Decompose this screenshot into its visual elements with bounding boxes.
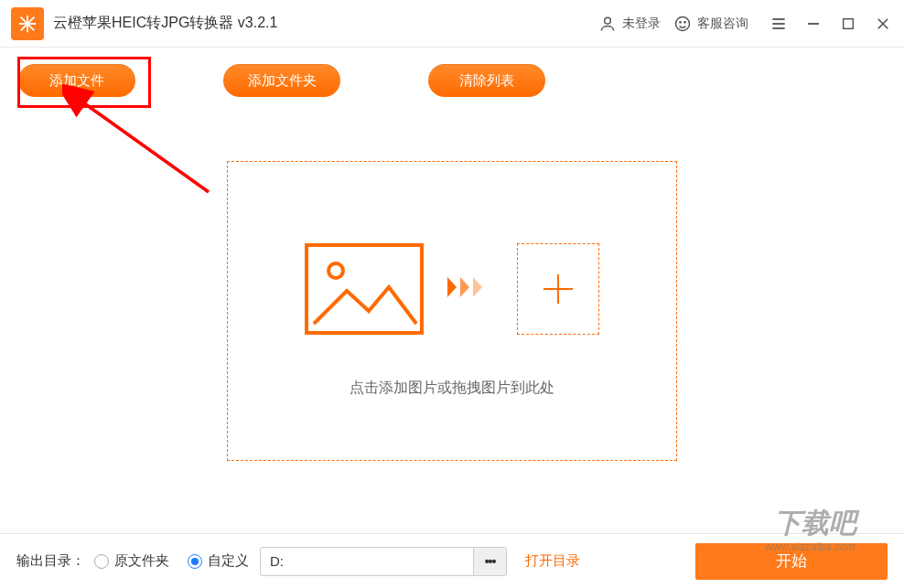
radio-custom-folder[interactable]: 自定义 <box>188 552 249 570</box>
output-path-value: D: <box>261 553 473 569</box>
support-label: 客服咨询 <box>697 16 748 32</box>
toolbar: 添加文件 添加文件夹 清除列表 <box>0 48 904 106</box>
bottombar: 输出目录： 原文件夹 自定义 D: ••• 打开目录 开始 <box>0 533 904 588</box>
user-icon <box>598 15 617 33</box>
customer-support[interactable]: 客服咨询 <box>673 15 748 33</box>
login-label: 未登录 <box>622 16 661 32</box>
svg-marker-19 <box>460 277 469 297</box>
svg-point-7 <box>684 21 685 22</box>
radio-icon-selected <box>188 554 202 569</box>
minimize-button[interactable] <box>803 14 823 34</box>
svg-point-6 <box>680 21 681 22</box>
svg-marker-20 <box>473 277 482 297</box>
dropzone[interactable]: 点击添加图片或拖拽图片到此处 <box>227 161 677 461</box>
dropzone-hint: 点击添加图片或拖拽图片到此处 <box>350 379 554 398</box>
svg-point-4 <box>605 17 611 24</box>
menu-button[interactable] <box>769 14 789 34</box>
svg-point-17 <box>328 263 343 278</box>
forward-arrows-icon <box>447 273 493 304</box>
app-title: 云橙苹果HEIC转JPG转换器 v3.2.1 <box>53 14 277 33</box>
add-target-box <box>517 243 599 335</box>
close-button[interactable] <box>873 14 893 34</box>
login-status[interactable]: 未登录 <box>598 15 661 33</box>
svg-rect-12 <box>844 18 854 28</box>
radio-original-label: 原文件夹 <box>114 552 169 570</box>
output-dir-label: 输出目录： <box>16 552 85 570</box>
maximize-button[interactable] <box>838 14 858 34</box>
image-placeholder-icon <box>305 243 424 335</box>
add-file-button[interactable]: 添加文件 <box>18 64 135 97</box>
add-folder-button[interactable]: 添加文件夹 <box>223 64 340 97</box>
titlebar: 云橙苹果HEIC转JPG转换器 v3.2.1 未登录 客服咨询 <box>0 0 904 48</box>
browse-button[interactable]: ••• <box>473 548 506 575</box>
smile-icon <box>673 15 692 33</box>
output-path-input[interactable]: D: ••• <box>260 547 507 576</box>
app-logo-icon <box>11 7 44 40</box>
radio-custom-label: 自定义 <box>208 552 249 570</box>
open-directory-link[interactable]: 打开目录 <box>525 552 580 570</box>
radio-original-folder[interactable]: 原文件夹 <box>94 552 169 570</box>
plus-icon <box>540 271 576 307</box>
start-button[interactable]: 开始 <box>695 543 888 580</box>
clear-list-button[interactable]: 清除列表 <box>428 64 545 97</box>
svg-marker-18 <box>447 277 457 297</box>
dropzone-graphic <box>305 243 599 335</box>
radio-icon <box>94 554 109 569</box>
svg-point-5 <box>676 16 690 30</box>
